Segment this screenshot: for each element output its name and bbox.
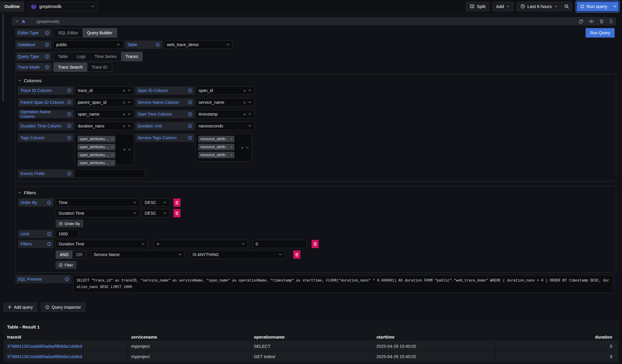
order-by-field-select[interactable]: Duration Time: [56, 209, 140, 217]
query-inspector-button[interactable]: Query inspector: [41, 302, 85, 312]
time-range-picker[interactable]: Last 6 hours: [517, 2, 562, 11]
filter-field-select[interactable]: Service Name: [91, 250, 185, 259]
zoom-out-time-button[interactable]: [561, 2, 572, 11]
span-id-column-select[interactable]: span_id ×: [196, 86, 254, 95]
option-or[interactable]: OR: [72, 251, 86, 258]
remove-chip-icon[interactable]: ×: [111, 161, 113, 165]
info-icon[interactable]: [67, 100, 71, 104]
info-icon[interactable]: [47, 242, 51, 246]
service-tags-column-multiselect[interactable]: resource_attrib...× resource_attrib...× …: [196, 134, 252, 161]
tag-chip[interactable]: span_attributes....×: [78, 136, 115, 142]
clear-all-icon[interactable]: ×: [241, 145, 244, 150]
remove-chip-icon[interactable]: ×: [230, 153, 233, 157]
run-query-options-button[interactable]: [611, 2, 618, 11]
clear-icon[interactable]: ×: [243, 112, 246, 117]
filter-operator-select[interactable]: >: [154, 240, 248, 248]
option-trace-search[interactable]: Trace Search: [54, 63, 87, 72]
remove-chip-icon[interactable]: ×: [111, 137, 113, 141]
info-icon[interactable]: [45, 65, 49, 69]
clear-icon[interactable]: ×: [243, 100, 246, 105]
clear-all-icon[interactable]: ×: [123, 147, 126, 152]
service-tag-chip[interactable]: resource_attrib...×: [198, 136, 234, 142]
service-tag-chip[interactable]: resource_attrib...×: [198, 152, 234, 158]
column-header-starttime[interactable]: starttime: [373, 333, 496, 341]
table-select[interactable]: web_trace_demo: [164, 41, 233, 49]
run-query-button[interactable]: Run query: [577, 2, 611, 11]
info-icon[interactable]: [45, 54, 49, 59]
option-traces[interactable]: Traces: [121, 52, 142, 61]
add-filter-button[interactable]: Filter: [56, 261, 76, 269]
operation-name-column-select[interactable]: span_name ×: [75, 110, 134, 118]
info-icon[interactable]: [47, 200, 51, 205]
remove-chip-icon[interactable]: ×: [111, 145, 113, 149]
option-sql-editor[interactable]: SQL Editor: [54, 28, 83, 37]
info-icon[interactable]: [188, 112, 192, 116]
order-by-direction-select[interactable]: DESC: [142, 209, 170, 217]
query-row-header[interactable]: A (greptimedb): [12, 17, 616, 25]
add-query-button[interactable]: Add query: [4, 302, 37, 312]
info-icon[interactable]: [67, 112, 71, 116]
trace-id-link[interactable]: 3768831301ea0d65adaef8b9da1cbded: [7, 344, 82, 349]
scrollbar[interactable]: [2, 14, 4, 101]
order-by-field-select[interactable]: Time: [56, 198, 140, 207]
column-header-servicename[interactable]: servicename: [128, 333, 251, 341]
start-time-column-select[interactable]: timestamp ×: [196, 110, 254, 118]
info-icon[interactable]: [156, 43, 160, 47]
add-order-by-button[interactable]: Order By: [56, 220, 83, 227]
trace-id-column-select[interactable]: trace_id ×: [75, 86, 134, 95]
tag-chip[interactable]: span_attributes....×: [78, 152, 115, 158]
clear-icon[interactable]: ×: [243, 88, 246, 93]
info-icon[interactable]: [65, 277, 69, 281]
info-icon[interactable]: [188, 100, 192, 104]
remove-query-icon[interactable]: [600, 19, 604, 24]
column-header-operationname[interactable]: operationname: [251, 333, 373, 341]
column-header-traceid[interactable]: traceid: [4, 333, 128, 341]
info-icon[interactable]: [45, 31, 49, 35]
hide-query-icon[interactable]: [589, 19, 594, 24]
add-button[interactable]: Add: [492, 2, 514, 11]
info-icon[interactable]: [67, 124, 71, 128]
outline-toggle[interactable]: Outline: [0, 1, 24, 12]
option-time-series[interactable]: Time Series: [90, 52, 121, 61]
filter-value-input[interactable]: [253, 240, 307, 248]
clear-icon[interactable]: ×: [123, 112, 125, 117]
column-header-duration[interactable]: duration: [496, 333, 618, 341]
info-icon[interactable]: [188, 88, 192, 93]
tag-chip[interactable]: span_attributes....×: [78, 160, 115, 166]
parent-span-id-column-select[interactable]: parent_span_id ×: [75, 98, 134, 106]
filters-section-toggle[interactable]: Filters: [18, 188, 613, 197]
events-prefix-input[interactable]: [75, 169, 145, 178]
service-name-column-select[interactable]: service_name ×: [196, 98, 254, 106]
database-select[interactable]: public: [53, 41, 123, 49]
split-button[interactable]: Split: [466, 2, 489, 11]
option-trace-id[interactable]: Trace ID: [87, 63, 112, 72]
filter-operator-select[interactable]: IS ANYTHING: [190, 250, 285, 259]
info-icon[interactable]: [67, 88, 71, 93]
service-tag-chip[interactable]: resource_attrib...×: [198, 144, 234, 150]
duplicate-query-icon[interactable]: [579, 19, 583, 24]
tags-column-multiselect[interactable]: span_attributes....× span_attributes....…: [75, 134, 134, 165]
info-icon[interactable]: [67, 172, 71, 176]
clear-icon[interactable]: ×: [123, 124, 125, 128]
remove-filter-button[interactable]: [293, 250, 300, 259]
editor-run-query-button[interactable]: Run Query: [586, 28, 615, 38]
drag-handle-icon[interactable]: [609, 19, 613, 24]
option-table[interactable]: Table: [54, 52, 72, 61]
remove-chip-icon[interactable]: ×: [111, 153, 113, 157]
collapse-chevron-icon[interactable]: [15, 20, 19, 23]
remove-order-by-button[interactable]: [173, 198, 181, 207]
info-icon[interactable]: [188, 124, 192, 128]
option-query-builder[interactable]: Query Builder: [83, 28, 117, 37]
info-icon[interactable]: [188, 136, 192, 140]
info-icon[interactable]: [45, 43, 49, 47]
option-logs[interactable]: Logs: [72, 52, 90, 61]
info-icon[interactable]: [47, 232, 51, 236]
filter-field-select[interactable]: Duration Time: [56, 240, 148, 248]
remove-chip-icon[interactable]: ×: [230, 137, 233, 141]
remove-order-by-button[interactable]: [173, 209, 181, 217]
option-and[interactable]: AND: [56, 251, 72, 258]
clear-icon[interactable]: ×: [123, 88, 125, 93]
duration-unit-select[interactable]: nanoseconds: [196, 122, 254, 130]
limit-input[interactable]: [56, 230, 79, 238]
datasource-picker[interactable]: greptimedb: [28, 2, 98, 11]
